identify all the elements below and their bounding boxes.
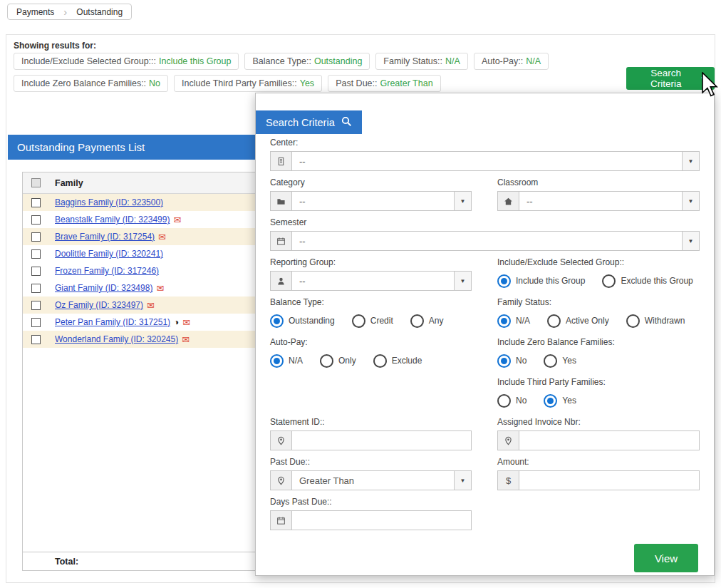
row-checkbox[interactable] bbox=[31, 318, 41, 327]
auto-pay-label: Auto-Pay: bbox=[270, 337, 472, 348]
reporting-group-select[interactable]: -- ▼ bbox=[270, 271, 472, 291]
person-icon bbox=[271, 272, 292, 290]
statement-id-input[interactable] bbox=[292, 431, 471, 450]
chip-value: No bbox=[149, 78, 160, 88]
row-checkbox[interactable] bbox=[31, 301, 41, 310]
days-past-due-input[interactable] bbox=[292, 511, 471, 530]
row-checkbox[interactable] bbox=[31, 249, 41, 259]
radio-icon bbox=[373, 354, 387, 368]
family-link[interactable]: Beanstalk Family (ID: 323499) bbox=[48, 215, 170, 225]
radio-zero-balance-yes[interactable]: Yes bbox=[544, 354, 576, 368]
radio-third-party-no[interactable]: No bbox=[497, 394, 527, 408]
radio-family-status-active[interactable]: Active Only bbox=[547, 314, 609, 328]
radio-icon bbox=[410, 314, 424, 328]
past-due-label: Past Due:: bbox=[270, 457, 472, 468]
radio-family-status-withdrawn[interactable]: Withdrawn bbox=[626, 314, 685, 328]
calendar-icon bbox=[271, 232, 292, 250]
reporting-group-select-value: -- bbox=[292, 272, 454, 290]
radio-include-this-group[interactable]: Include this Group bbox=[497, 274, 585, 288]
radio-icon bbox=[497, 274, 511, 288]
row-checkbox[interactable] bbox=[31, 198, 41, 207]
chip-value: N/A bbox=[526, 56, 541, 66]
calendar-icon bbox=[271, 511, 292, 530]
filter-chip-zero-balance: Include Zero Balance Families::No bbox=[14, 75, 168, 92]
center-select[interactable]: -- ▼ bbox=[270, 151, 700, 171]
caret-down-icon[interactable]: ▼ bbox=[454, 471, 471, 490]
breadcrumb-item-payments[interactable]: Payments bbox=[8, 4, 63, 19]
semester-label: Semester bbox=[270, 217, 700, 228]
radio-icon bbox=[497, 314, 511, 328]
category-select[interactable]: -- ▼ bbox=[270, 191, 472, 211]
caret-down-icon[interactable]: ▼ bbox=[454, 272, 471, 290]
radio-icon bbox=[626, 314, 640, 328]
home-icon bbox=[498, 192, 519, 210]
radio-exclude-this-group[interactable]: Exclude this Group bbox=[602, 274, 693, 288]
family-link[interactable]: Brave Family (ID: 317254) bbox=[48, 232, 155, 242]
radio-balance-any[interactable]: Any bbox=[410, 314, 444, 328]
balance-type-group: Balance Type: Outstanding Credit Any bbox=[270, 297, 472, 331]
past-due-select[interactable]: Greater Than ▼ bbox=[270, 470, 472, 490]
radio-icon bbox=[602, 274, 616, 288]
radio-icon bbox=[497, 354, 511, 368]
category-select-value: -- bbox=[292, 192, 454, 210]
radio-auto-pay-na[interactable]: N/A bbox=[270, 354, 303, 368]
chip-label: Include Third Party Families:: bbox=[182, 78, 297, 88]
semester-select[interactable]: -- ▼ bbox=[270, 231, 700, 251]
chevron-right-icon: › bbox=[63, 4, 68, 19]
caret-down-icon[interactable]: ▼ bbox=[682, 192, 699, 210]
chip-label: Balance Type:: bbox=[252, 56, 311, 66]
caret-down-icon[interactable]: ▼ bbox=[682, 152, 699, 170]
row-checkbox[interactable] bbox=[31, 232, 41, 242]
family-link[interactable]: Wonderland Family (ID: 320245) bbox=[48, 334, 178, 344]
list-title: Outstanding Payments List bbox=[17, 141, 145, 153]
breadcrumb-item-outstanding[interactable]: Outstanding bbox=[68, 4, 131, 19]
filter-chip-list: Include/Exclude Selected Group:::Include… bbox=[14, 53, 576, 97]
chip-value: Outstanding bbox=[314, 56, 362, 66]
chip-label: Auto-Pay:: bbox=[482, 56, 523, 66]
select-all-checkbox[interactable] bbox=[31, 178, 41, 187]
assigned-invoice-input[interactable] bbox=[519, 431, 699, 450]
family-link[interactable]: Frozen Family (ID: 317246) bbox=[48, 266, 159, 276]
third-party-label: Include Third Party Families: bbox=[497, 377, 700, 388]
family-status-group: Family Status: N/A Active Only Withdrawn bbox=[497, 297, 700, 331]
radio-third-party-yes[interactable]: Yes bbox=[544, 394, 576, 408]
classroom-field: Classroom -- ▼ bbox=[497, 177, 700, 211]
radio-balance-credit[interactable]: Credit bbox=[352, 314, 393, 328]
amount-label: Amount: bbox=[497, 457, 700, 468]
half-circle-icon: ◑ bbox=[174, 317, 179, 327]
family-link[interactable]: Doolittle Family (ID: 320241) bbox=[48, 249, 163, 259]
row-checkbox[interactable] bbox=[31, 267, 41, 276]
row-checkbox[interactable] bbox=[31, 284, 41, 293]
row-checkbox[interactable] bbox=[31, 335, 41, 344]
family-link[interactable]: Oz Family (ID: 323497) bbox=[48, 300, 143, 310]
radio-auto-pay-exclude[interactable]: Exclude bbox=[373, 354, 422, 368]
classroom-select[interactable]: -- ▼ bbox=[497, 191, 700, 211]
assigned-invoice-label: Assigned Invoice Nbr: bbox=[497, 417, 700, 428]
dollar-icon: $ bbox=[498, 471, 519, 490]
family-link[interactable]: Peter Pan Family (ID: 317251) bbox=[48, 317, 170, 327]
radio-balance-outstanding[interactable]: Outstanding bbox=[270, 314, 335, 328]
zero-balance-label: Include Zero Balance Families: bbox=[497, 337, 700, 348]
chip-value: Include this Group bbox=[159, 56, 231, 66]
amount-input[interactable] bbox=[519, 471, 699, 490]
view-button[interactable]: View bbox=[634, 544, 698, 572]
family-link[interactable]: Giant Family (ID: 323498) bbox=[48, 283, 152, 293]
radio-family-status-na[interactable]: N/A bbox=[497, 314, 530, 328]
radio-icon bbox=[270, 354, 284, 368]
family-link[interactable]: Baggins Family (ID: 323500) bbox=[48, 197, 163, 207]
classroom-select-value: -- bbox=[519, 192, 682, 210]
search-criteria-button[interactable]: Search Criteria ▾ bbox=[626, 67, 715, 90]
radio-zero-balance-no[interactable]: No bbox=[497, 354, 527, 368]
panel-title-label: Search Criteria bbox=[266, 117, 335, 128]
caret-down-icon[interactable]: ▼ bbox=[454, 192, 471, 210]
radio-auto-pay-only[interactable]: Only bbox=[320, 354, 356, 368]
spacer bbox=[497, 497, 700, 530]
chip-label: Include/Exclude Selected Group::: bbox=[21, 56, 156, 66]
caret-down-icon[interactable]: ▼ bbox=[682, 232, 699, 250]
radio-label: Yes bbox=[562, 356, 576, 366]
radio-label: Outstanding bbox=[289, 316, 335, 326]
radio-icon bbox=[544, 394, 557, 408]
radio-label: N/A bbox=[516, 316, 530, 326]
radio-label: Only bbox=[338, 356, 356, 366]
row-checkbox[interactable] bbox=[31, 215, 41, 225]
